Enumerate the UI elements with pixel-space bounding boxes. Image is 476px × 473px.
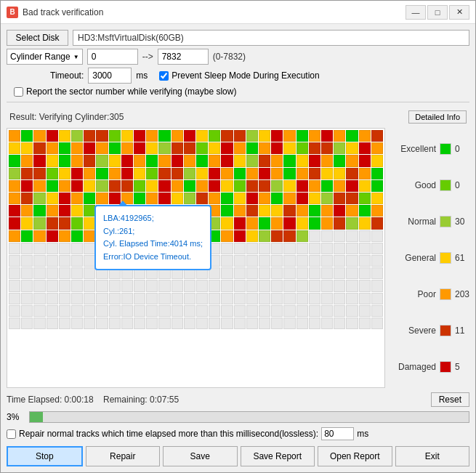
grid-cell[interactable] bbox=[321, 280, 333, 291]
grid-cell[interactable] bbox=[134, 205, 145, 217]
grid-cell[interactable] bbox=[84, 305, 95, 317]
grid-cell[interactable] bbox=[47, 318, 58, 329]
grid-cell[interactable] bbox=[158, 267, 170, 279]
grid-cell[interactable] bbox=[121, 243, 133, 254]
grid-cell[interactable] bbox=[196, 267, 208, 279]
grid-cell[interactable] bbox=[158, 280, 170, 291]
grid-cell[interactable] bbox=[371, 305, 383, 317]
grid-cell[interactable] bbox=[371, 293, 383, 304]
grid-cell[interactable] bbox=[109, 293, 121, 304]
grid-cell[interactable] bbox=[309, 155, 320, 166]
grid-cell[interactable] bbox=[184, 217, 195, 229]
grid-cell[interactable] bbox=[309, 180, 320, 192]
grid-cell[interactable] bbox=[359, 243, 371, 254]
grid-cell[interactable] bbox=[221, 305, 233, 317]
grid-cell[interactable] bbox=[309, 267, 320, 279]
grid-cell[interactable] bbox=[359, 205, 371, 217]
grid-cell[interactable] bbox=[271, 230, 283, 242]
grid-cell[interactable] bbox=[346, 142, 358, 154]
grid-cell[interactable] bbox=[346, 130, 358, 142]
grid-cell[interactable] bbox=[172, 205, 183, 217]
range-start-input[interactable] bbox=[87, 49, 138, 65]
grid-cell[interactable] bbox=[21, 205, 33, 217]
grid-cell[interactable] bbox=[321, 130, 333, 142]
grid-cell[interactable] bbox=[121, 255, 133, 267]
grid-cell[interactable] bbox=[209, 180, 220, 192]
grid-cell[interactable] bbox=[246, 293, 258, 304]
grid-cell[interactable] bbox=[109, 318, 121, 329]
grid-cell[interactable] bbox=[9, 142, 20, 154]
repair-ms-input[interactable] bbox=[321, 427, 354, 440]
grid-cell[interactable] bbox=[359, 130, 371, 142]
grid-cell[interactable] bbox=[283, 193, 295, 204]
grid-cell[interactable] bbox=[84, 168, 95, 179]
grid-cell[interactable] bbox=[59, 155, 70, 166]
grid-cell[interactable] bbox=[158, 142, 170, 154]
grid-cell[interactable] bbox=[184, 205, 195, 217]
stop-button[interactable]: Stop bbox=[7, 446, 83, 466]
grid-cell[interactable] bbox=[96, 267, 108, 279]
grid-cell[interactable] bbox=[47, 230, 58, 242]
grid-cell[interactable] bbox=[96, 280, 108, 291]
grid-cell[interactable] bbox=[309, 280, 320, 291]
grid-cell[interactable] bbox=[246, 280, 258, 291]
grid-cell[interactable] bbox=[234, 130, 246, 142]
grid-cell[interactable] bbox=[259, 217, 270, 229]
grid-cell[interactable] bbox=[321, 217, 333, 229]
grid-cell[interactable] bbox=[371, 205, 383, 217]
grid-cell[interactable] bbox=[334, 305, 345, 317]
grid-cell[interactable] bbox=[271, 267, 283, 279]
grid-cell[interactable] bbox=[47, 243, 58, 254]
grid-cell[interactable] bbox=[309, 230, 320, 242]
grid-cell[interactable] bbox=[371, 180, 383, 192]
grid-cell[interactable] bbox=[59, 305, 70, 317]
grid-cell[interactable] bbox=[221, 267, 233, 279]
grid-cell[interactable] bbox=[346, 168, 358, 179]
grid-cell[interactable] bbox=[172, 180, 183, 192]
grid-cell[interactable] bbox=[71, 280, 83, 291]
grid-cell[interactable] bbox=[121, 280, 133, 291]
grid-cell[interactable] bbox=[21, 217, 33, 229]
grid-cell[interactable] bbox=[283, 280, 295, 291]
grid-cell[interactable] bbox=[146, 318, 158, 329]
grid-cell[interactable] bbox=[59, 318, 70, 329]
range-type-dropdown[interactable]: Cylinder Range ▼ bbox=[7, 49, 83, 65]
grid-cell[interactable] bbox=[109, 155, 121, 166]
grid-cell[interactable] bbox=[259, 305, 270, 317]
grid-cell[interactable] bbox=[321, 155, 333, 166]
grid-cell[interactable] bbox=[71, 155, 83, 166]
grid-cell[interactable] bbox=[297, 318, 308, 329]
grid-cell[interactable] bbox=[47, 217, 58, 229]
grid-cell[interactable] bbox=[196, 205, 208, 217]
grid-cell[interactable] bbox=[259, 255, 270, 267]
grid-cell[interactable] bbox=[33, 293, 45, 304]
grid-cell[interactable] bbox=[121, 230, 133, 242]
grid-cell[interactable] bbox=[371, 130, 383, 142]
grid-cell[interactable] bbox=[259, 243, 270, 254]
grid-cell[interactable] bbox=[146, 155, 158, 166]
grid-cell[interactable] bbox=[109, 230, 121, 242]
grid-cell[interactable] bbox=[21, 305, 33, 317]
grid-cell[interactable] bbox=[84, 142, 95, 154]
grid-cell[interactable] bbox=[359, 155, 371, 166]
grid-cell[interactable] bbox=[346, 267, 358, 279]
grid-cell[interactable] bbox=[334, 180, 345, 192]
grid-cell[interactable] bbox=[146, 293, 158, 304]
grid-cell[interactable] bbox=[134, 155, 145, 166]
grid-cell[interactable] bbox=[84, 243, 95, 254]
grid-cell[interactable] bbox=[109, 168, 121, 179]
grid-cell[interactable] bbox=[371, 168, 383, 179]
grid-cell[interactable] bbox=[172, 293, 183, 304]
grid-cell[interactable] bbox=[359, 305, 371, 317]
grid-cell[interactable] bbox=[321, 142, 333, 154]
grid-cell[interactable] bbox=[283, 217, 295, 229]
grid-cell[interactable] bbox=[59, 293, 70, 304]
grid-cell[interactable] bbox=[283, 230, 295, 242]
grid-cell[interactable] bbox=[234, 293, 246, 304]
grid-cell[interactable] bbox=[334, 230, 345, 242]
grid-cell[interactable] bbox=[47, 130, 58, 142]
grid-cell[interactable] bbox=[172, 255, 183, 267]
grid-cell[interactable] bbox=[134, 293, 145, 304]
grid-cell[interactable] bbox=[196, 168, 208, 179]
grid-cell[interactable] bbox=[196, 130, 208, 142]
